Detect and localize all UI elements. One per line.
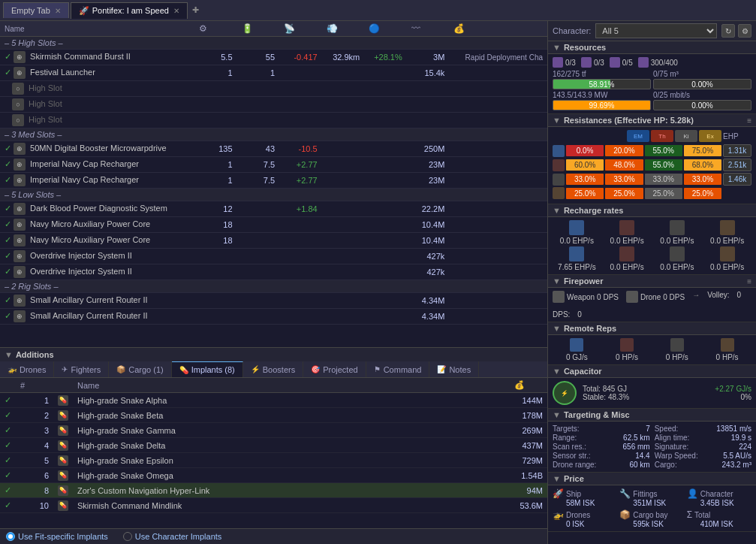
table-row[interactable]: ✓⊕ Festival Launcher 1 1 15.4k [0,65,547,81]
section-header: – 3 Med Slots – [0,128,547,141]
recharge-label: Recharge rates [564,206,624,215]
tab-icon: ⚡ [251,365,260,373]
table-row[interactable]: ✓⊕ Small Ancillary Current Router II 4.3… [0,293,547,309]
table-row[interactable]: ○ High Slot [0,97,547,113]
targeting-header[interactable]: ▼Targeting & Misc [548,409,756,422]
implant-name: Skirmish Command Mindlink [73,498,510,513]
item-v7 [449,201,547,217]
item-v4 [322,173,365,189]
table-row[interactable]: ✓⊕ Navy Micro Auxiliary Power Core 18 10… [0,217,547,233]
resist-val: 33.0% [684,174,721,185]
remote-reps-label: Remote Reps [564,324,616,333]
tab-bar: Empty Tab ✕ 🚀 Pontifex: I am Speed ✕ ✚ [0,0,756,21]
implant-price: 269M [510,423,547,438]
additions-tab-drones[interactable]: 🚁Drones [0,361,54,377]
list-item[interactable]: ✓ 8 💊 Zor's Custom Navigation Hyper-Link… [0,483,547,498]
rr-item2: 0 HP/s [603,338,652,361]
resources-header[interactable]: ▼Resources [548,41,756,54]
item-v7 [449,113,547,128]
rr-val3: 0 HP/s [666,353,688,361]
mw-pct: 99.69% [553,101,650,110]
capacitor-header[interactable]: ▼Capacitor [548,365,756,378]
char-select[interactable]: All 5 [595,23,717,38]
price-label: 🚁 Drones [553,509,617,520]
table-row[interactable]: ✓⊕ Small Ancillary Current Router II 4.3… [0,309,547,325]
price-icon: Σ [687,509,692,520]
char-reload-icon[interactable]: ↻ [721,24,735,38]
additions-tab-fighters[interactable]: ✈Fighters [54,361,109,377]
tab-empty[interactable]: Empty Tab ✕ [3,2,69,18]
item-icon: ⊕ [14,174,26,186]
price-value: 595k ISK [633,520,684,528]
implants-character[interactable]: Use Character Implants [123,532,222,541]
table-row[interactable]: ✓⊕ Navy Micro Auxiliary Power Core 18 10… [0,233,547,249]
list-item[interactable]: ✓ 4 💊 High-grade Snake Delta 437M [0,438,547,453]
table-row[interactable]: ✓⊕ Overdrive Injector System II 427k [0,249,547,264]
implant-check: ✓ [0,423,16,438]
recharge-header[interactable]: ▼Recharge rates [548,204,756,217]
additions-tab-projected[interactable]: 🎯Projected [303,361,366,377]
item-icon: ⊕ [14,219,26,231]
additions-header[interactable]: ▼ Additions [0,348,547,361]
item-v4 [322,65,365,81]
implants-fit-specific[interactable]: Use Fit-specific Implants [6,532,108,541]
additions-tab-cargo-1[interactable]: 📦Cargo (1) [109,361,171,377]
price-label: 👤 Character [687,488,751,499]
list-item[interactable]: ✓ 6 💊 High-grade Snake Omega 1.54B [0,468,547,483]
tab-icon: 💊 [179,366,188,374]
cargo-val: 243.2 m³ [703,461,751,469]
table-row[interactable]: ✓⊕ Imperial Navy Cap Recharger 1 7.5 +2.… [0,157,547,173]
item-v2 [237,97,280,113]
item-v5 [364,309,407,325]
ehp-header: EHP [723,131,751,141]
firepower-header[interactable]: ▼Firepower ≡ [548,275,756,288]
targets-lbl: Targets: [553,425,596,433]
tab-pontifex[interactable]: 🚀 Pontifex: I am Speed ✕ [71,2,188,19]
item-icon: ⊕ [14,159,26,171]
additions-tab-notes[interactable]: 📝Notes [429,361,479,377]
item-v6: 10.4M [407,233,450,249]
radio-character[interactable] [123,532,132,541]
item-v5 [364,264,407,280]
tab-empty-close[interactable]: ✕ [55,7,61,15]
table-row[interactable]: ✓⊕ Skirmish Command Burst II 5.5 55 -0.4… [0,50,547,65]
tab-pontifex-close[interactable]: ✕ [173,7,179,15]
table-row[interactable]: ○ High Slot [0,81,547,97]
radio-fit-specific[interactable] [6,532,15,541]
tab-label: Command [384,365,422,374]
resources-section: ▼Resources 0/3 0/3 0/5 300/400 [548,41,756,114]
list-item[interactable]: ✓ 2 💊 High-grade Snake Beta 178M [0,408,547,423]
item-v6: 4.34M [407,293,450,309]
implant-name: High-grade Snake Beta [73,408,510,423]
table-row[interactable]: ○ High Slot [0,113,547,128]
price-content: 🚀 Ship 58M ISK 🔧 Fittings 351M ISK 👤 Cha… [548,485,756,532]
remote-reps-header[interactable]: ▼Remote Reps [548,322,756,335]
additions-tab-boosters[interactable]: ⚡Boosters [243,361,303,377]
item-v3: +2.77 [279,157,322,173]
item-v2 [237,264,280,280]
tab-label: Cargo (1) [128,365,163,374]
char-settings-icon[interactable]: ⚙ [738,24,751,38]
resist-settings-icon[interactable]: ≡ [747,116,751,125]
table-row[interactable]: ✓⊕ Dark Blood Power Diagnostic System 12… [0,201,547,217]
cap-stable: Stable: 48.3% [583,393,629,401]
list-item[interactable]: ✓ 3 💊 High-grade Snake Gamma 269M [0,423,547,438]
list-item[interactable]: ✓ 1 💊 High-grade Snake Alpha 144M [0,393,547,408]
new-tab-icon[interactable]: ✚ [192,5,199,15]
additions-tab-implants-8[interactable]: 💊Implants (8) [172,361,243,377]
resistances-header[interactable]: ▼Resistances (Effective HP: 5.28k) ≡ [548,114,756,127]
list-item[interactable]: ✓ 10 💊 Skirmish Command Mindlink 53.6M [0,498,547,513]
drone-range-val: 60 km [601,461,649,469]
item-icon: ⊕ [14,250,26,262]
table-row[interactable]: ✓⊕ Imperial Navy Cap Recharger 1 7.5 +2.… [0,173,547,189]
firepower-settings-icon[interactable]: ≡ [747,277,751,286]
rig-icon2 [581,57,592,68]
additions-tab-command[interactable]: ⚑Command [366,361,430,377]
price-header[interactable]: ▼Price [548,473,756,485]
list-item[interactable]: ✓ 5 💊 High-grade Snake Epsilon 729M [0,453,547,468]
check-icon: ✓ [5,295,11,304]
table-row[interactable]: ✓⊕ 50MN Digital Booster Microwarpdrive 1… [0,141,547,157]
item-v5 [364,233,407,249]
align-val: 19.9 s [703,434,751,442]
table-row[interactable]: ✓⊕ Overdrive Injector System II 427k [0,264,547,280]
